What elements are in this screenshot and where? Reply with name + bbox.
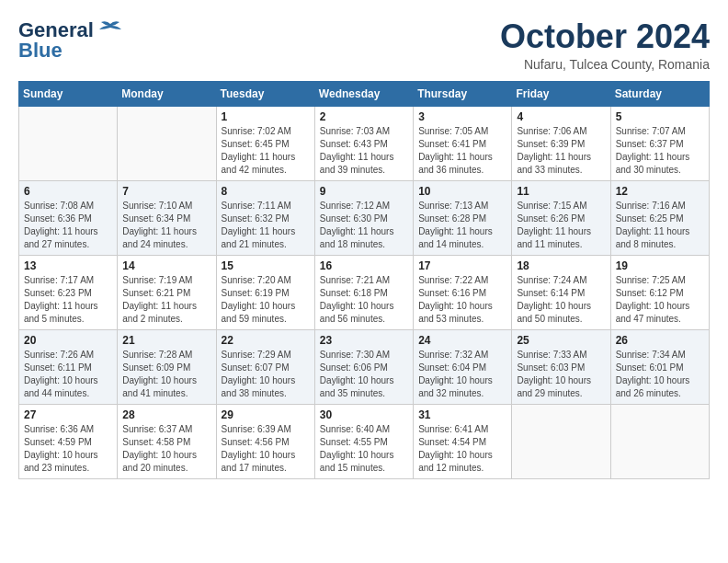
calendar-cell: 27Sunrise: 6:36 AMSunset: 4:59 PMDayligh… [19, 404, 118, 478]
day-number: 18 [517, 259, 605, 272]
day-number: 5 [616, 110, 704, 123]
calendar-cell: 13Sunrise: 7:17 AMSunset: 6:23 PMDayligh… [19, 255, 118, 329]
calendar-cell: 2Sunrise: 7:03 AMSunset: 6:43 PMDaylight… [314, 106, 413, 180]
calendar-cell: 28Sunrise: 6:37 AMSunset: 4:58 PMDayligh… [118, 404, 216, 478]
day-info: Sunrise: 7:28 AMSunset: 6:09 PMDaylight:… [122, 349, 210, 400]
weekday-saturday: Saturday [610, 81, 709, 106]
day-info: Sunrise: 7:19 AMSunset: 6:21 PMDaylight:… [122, 274, 210, 326]
day-info: Sunrise: 7:20 AMSunset: 6:19 PMDaylight:… [222, 274, 310, 326]
day-number: 9 [320, 185, 408, 198]
day-number: 30 [320, 408, 408, 421]
calendar-cell: 4Sunrise: 7:06 AMSunset: 6:39 PMDaylight… [512, 106, 610, 180]
day-number: 11 [517, 185, 605, 198]
calendar-cell: 29Sunrise: 6:39 AMSunset: 4:56 PMDayligh… [216, 404, 314, 478]
day-number: 14 [122, 259, 210, 272]
day-info: Sunrise: 7:05 AMSunset: 6:41 PMDaylight:… [418, 125, 506, 177]
day-info: Sunrise: 7:21 AMSunset: 6:18 PMDaylight:… [320, 274, 408, 326]
day-number: 2 [320, 110, 408, 123]
day-info: Sunrise: 7:10 AMSunset: 6:34 PMDaylight:… [122, 200, 210, 251]
day-number: 4 [517, 110, 605, 123]
day-number: 28 [122, 408, 210, 421]
calendar-body: 1Sunrise: 7:02 AMSunset: 6:45 PMDaylight… [19, 106, 710, 478]
day-info: Sunrise: 7:06 AMSunset: 6:39 PMDaylight:… [517, 125, 605, 177]
calendar-cell: 20Sunrise: 7:26 AMSunset: 6:11 PMDayligh… [19, 329, 118, 404]
day-info: Sunrise: 6:41 AMSunset: 4:54 PMDaylight:… [418, 423, 506, 475]
calendar-cell [610, 404, 709, 478]
day-info: Sunrise: 7:13 AMSunset: 6:28 PMDaylight:… [418, 200, 506, 251]
day-info: Sunrise: 7:16 AMSunset: 6:25 PMDaylight:… [616, 200, 704, 251]
day-number: 25 [517, 334, 605, 347]
day-number: 29 [222, 408, 310, 421]
day-number: 1 [222, 110, 310, 123]
calendar-cell [512, 404, 610, 478]
calendar-cell [118, 106, 216, 180]
day-number: 22 [222, 334, 310, 347]
weekday-header-row: SundayMondayTuesdayWednesdayThursdayFrid… [19, 81, 710, 106]
day-number: 8 [222, 185, 310, 198]
weekday-wednesday: Wednesday [314, 81, 413, 106]
calendar-cell: 26Sunrise: 7:34 AMSunset: 6:01 PMDayligh… [610, 329, 709, 404]
calendar-week-2: 6Sunrise: 7:08 AMSunset: 6:36 PMDaylight… [19, 180, 710, 255]
day-info: Sunrise: 7:34 AMSunset: 6:01 PMDaylight:… [616, 349, 704, 400]
day-number: 12 [616, 185, 704, 198]
day-info: Sunrise: 7:30 AMSunset: 6:06 PMDaylight:… [320, 349, 408, 400]
day-info: Sunrise: 7:22 AMSunset: 6:16 PMDaylight:… [418, 274, 506, 326]
day-info: Sunrise: 7:11 AMSunset: 6:32 PMDaylight:… [222, 200, 310, 251]
calendar-table: SundayMondayTuesdayWednesdayThursdayFrid… [18, 81, 710, 479]
calendar-cell: 25Sunrise: 7:33 AMSunset: 6:03 PMDayligh… [512, 329, 610, 404]
calendar-cell: 21Sunrise: 7:28 AMSunset: 6:09 PMDayligh… [118, 329, 216, 404]
day-info: Sunrise: 7:15 AMSunset: 6:26 PMDaylight:… [517, 200, 605, 251]
calendar-cell: 12Sunrise: 7:16 AMSunset: 6:25 PMDayligh… [610, 180, 709, 255]
calendar-cell: 19Sunrise: 7:25 AMSunset: 6:12 PMDayligh… [610, 255, 709, 329]
calendar-cell: 31Sunrise: 6:41 AMSunset: 4:54 PMDayligh… [414, 404, 512, 478]
calendar-week-1: 1Sunrise: 7:02 AMSunset: 6:45 PMDaylight… [19, 106, 710, 180]
day-info: Sunrise: 7:03 AMSunset: 6:43 PMDaylight:… [320, 125, 408, 177]
page-header: General Blue October 2024 Nufaru, Tulcea… [18, 18, 710, 72]
calendar-cell: 17Sunrise: 7:22 AMSunset: 6:16 PMDayligh… [414, 255, 512, 329]
day-info: Sunrise: 7:26 AMSunset: 6:11 PMDaylight:… [24, 349, 112, 400]
day-number: 16 [320, 259, 408, 272]
day-number: 15 [222, 259, 310, 272]
calendar-cell: 7Sunrise: 7:10 AMSunset: 6:34 PMDaylight… [118, 180, 216, 255]
logo: General Blue [18, 18, 123, 63]
day-number: 6 [24, 185, 112, 198]
month-title: October 2024 [500, 18, 710, 55]
logo-blue: Blue [18, 39, 63, 63]
day-number: 10 [418, 185, 506, 198]
calendar-week-5: 27Sunrise: 6:36 AMSunset: 4:59 PMDayligh… [19, 404, 710, 478]
day-info: Sunrise: 7:25 AMSunset: 6:12 PMDaylight:… [616, 274, 704, 326]
day-info: Sunrise: 7:29 AMSunset: 6:07 PMDaylight:… [222, 349, 310, 400]
calendar-cell: 16Sunrise: 7:21 AMSunset: 6:18 PMDayligh… [314, 255, 413, 329]
calendar-cell: 30Sunrise: 6:40 AMSunset: 4:55 PMDayligh… [314, 404, 413, 478]
weekday-thursday: Thursday [414, 81, 512, 106]
day-number: 17 [418, 259, 506, 272]
calendar-cell: 1Sunrise: 7:02 AMSunset: 6:45 PMDaylight… [216, 106, 314, 180]
calendar-cell: 10Sunrise: 7:13 AMSunset: 6:28 PMDayligh… [414, 180, 512, 255]
day-number: 7 [122, 185, 210, 198]
weekday-friday: Friday [512, 81, 610, 106]
calendar-cell: 15Sunrise: 7:20 AMSunset: 6:19 PMDayligh… [216, 255, 314, 329]
day-info: Sunrise: 7:32 AMSunset: 6:04 PMDaylight:… [418, 349, 506, 400]
logo-bird-icon [97, 20, 123, 40]
day-info: Sunrise: 7:02 AMSunset: 6:45 PMDaylight:… [222, 125, 310, 177]
day-info: Sunrise: 7:12 AMSunset: 6:30 PMDaylight:… [320, 200, 408, 251]
day-number: 26 [616, 334, 704, 347]
weekday-sunday: Sunday [19, 81, 118, 106]
day-number: 27 [24, 408, 112, 421]
calendar-cell: 18Sunrise: 7:24 AMSunset: 6:14 PMDayligh… [512, 255, 610, 329]
calendar-cell: 14Sunrise: 7:19 AMSunset: 6:21 PMDayligh… [118, 255, 216, 329]
day-info: Sunrise: 6:40 AMSunset: 4:55 PMDaylight:… [320, 423, 408, 475]
calendar-cell: 22Sunrise: 7:29 AMSunset: 6:07 PMDayligh… [216, 329, 314, 404]
day-number: 31 [418, 408, 506, 421]
day-info: Sunrise: 7:17 AMSunset: 6:23 PMDaylight:… [24, 274, 112, 326]
weekday-monday: Monday [118, 81, 216, 106]
calendar-week-3: 13Sunrise: 7:17 AMSunset: 6:23 PMDayligh… [19, 255, 710, 329]
day-info: Sunrise: 6:39 AMSunset: 4:56 PMDaylight:… [222, 423, 310, 475]
calendar-cell: 9Sunrise: 7:12 AMSunset: 6:30 PMDaylight… [314, 180, 413, 255]
calendar-cell: 5Sunrise: 7:07 AMSunset: 6:37 PMDaylight… [610, 106, 709, 180]
day-number: 24 [418, 334, 506, 347]
calendar-cell: 8Sunrise: 7:11 AMSunset: 6:32 PMDaylight… [216, 180, 314, 255]
day-number: 13 [24, 259, 112, 272]
calendar-cell: 6Sunrise: 7:08 AMSunset: 6:36 PMDaylight… [19, 180, 118, 255]
calendar-cell: 3Sunrise: 7:05 AMSunset: 6:41 PMDaylight… [414, 106, 512, 180]
